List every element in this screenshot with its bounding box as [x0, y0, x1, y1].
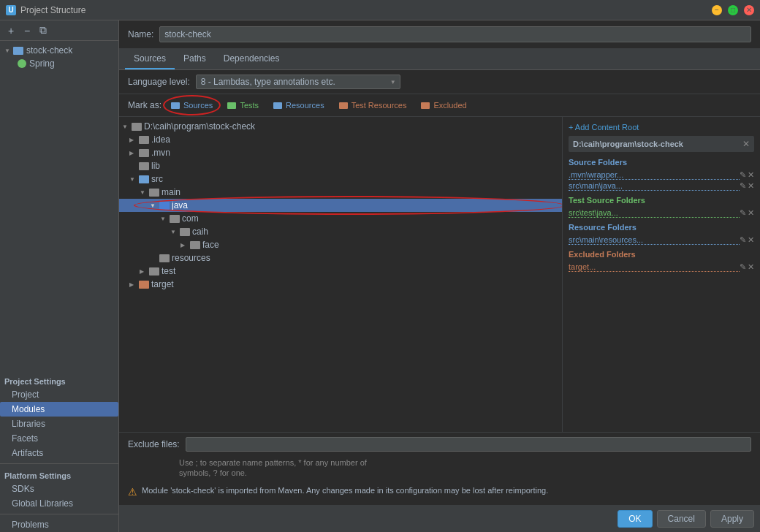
sidebar-item-global-libraries[interactable]: Global Libraries: [0, 496, 118, 511]
tree-java-item[interactable]: ▼ java: [119, 199, 562, 212]
java-text: java: [172, 200, 188, 210]
sidebar-toolbar: + − ⧉: [0, 20, 118, 41]
exclude-files-label: Exclude files:: [128, 439, 180, 449]
test-text: test: [162, 266, 175, 276]
tree-target-item[interactable]: ▶ target: [119, 278, 562, 291]
tests-folder-icon: [227, 102, 236, 109]
resource-path-1-icons: ✎ ✕: [740, 235, 754, 245]
minimize-button[interactable]: −: [712, 5, 722, 15]
language-select-wrap: 8 - Lambdas, type annotations etc.: [196, 75, 400, 89]
source-path-2-text: src\main\java...: [569, 181, 740, 191]
resource-path-1-text: src\main\resources...: [569, 235, 740, 245]
remove-module-button[interactable]: −: [20, 24, 34, 37]
platform-settings-header: Platform Settings: [0, 467, 118, 482]
tree-test-item[interactable]: ▶ test: [119, 265, 562, 278]
tree-root-item[interactable]: ▼ D:\caih\program\stock-check: [119, 120, 562, 133]
sidebar-item-modules[interactable]: Modules: [0, 402, 118, 417]
java-folder-icon: [159, 202, 170, 210]
idea-folder-icon: [139, 136, 149, 144]
excluded-folders-label: Excluded Folders: [569, 250, 754, 259]
test-path-1-text: src\test\java...: [569, 208, 740, 218]
test-path-1-icons: ✎ ✕: [740, 208, 754, 218]
face-text: face: [202, 240, 219, 250]
file-tree-panel: ▼ D:\caih\program\stock-check ▶ .idea: [119, 117, 563, 432]
test-source-folders-label: Test Source Folders: [569, 196, 754, 205]
project-settings-header: Project Settings: [0, 373, 118, 387]
tree-caih-item[interactable]: ▼ caih: [119, 225, 562, 238]
language-level-label: Language level:: [128, 77, 190, 87]
mark-as-row: Mark as: Sources Tests Resources: [119, 94, 760, 117]
maximize-button[interactable]: □: [728, 5, 738, 15]
mvn-folder-icon: [139, 149, 149, 157]
mark-sources-button[interactable]: Sources: [166, 99, 218, 112]
main-text: main: [162, 187, 180, 197]
tree-mvn-item[interactable]: ▶ .mvn: [119, 146, 562, 159]
ok-button[interactable]: OK: [618, 510, 652, 528]
content-root-path-text: D:\caih\program\stock-check: [573, 140, 683, 148]
lib-folder-icon: [139, 162, 149, 170]
root-folder-icon: [132, 123, 142, 131]
add-content-root-button[interactable]: + Add Content Root: [569, 123, 639, 132]
tree-main-item[interactable]: ▼ main: [119, 186, 562, 199]
bottom-buttons: OK Cancel Apply: [119, 505, 760, 532]
copy-module-button[interactable]: ⧉: [37, 24, 50, 37]
tree-com-item[interactable]: ▼ com: [119, 212, 562, 225]
info-panel: + Add Content Root D:\caih\program\stock…: [563, 117, 760, 432]
sidebar-item-libraries[interactable]: Libraries: [0, 417, 118, 431]
tree-src-item[interactable]: ▼ src: [119, 172, 562, 186]
remove-content-root-button[interactable]: ✕: [742, 139, 750, 149]
tree-idea-item[interactable]: ▶ .idea: [119, 133, 562, 146]
tab-sources[interactable]: Sources: [125, 49, 175, 69]
test-folder-icon: [149, 267, 159, 276]
remove-resource-path-1-button[interactable]: ✕: [748, 235, 754, 245]
exclude-files-input[interactable]: [186, 437, 751, 452]
title-bar-left: U Project Structure: [6, 5, 86, 15]
tree-arrow: ▼: [4, 48, 10, 54]
mark-tests-button[interactable]: Tests: [222, 99, 264, 112]
apply-button[interactable]: Apply: [710, 510, 754, 528]
edit-source-path-1-button[interactable]: ✎: [740, 170, 746, 180]
tab-dependencies[interactable]: Dependencies: [215, 49, 289, 69]
edit-test-path-1-button[interactable]: ✎: [740, 208, 746, 218]
sidebar-item-artifacts[interactable]: Artifacts: [0, 446, 118, 460]
tree-lib-item[interactable]: lib: [119, 159, 562, 172]
tree-root-label: stock-check: [26, 45, 72, 56]
tree-item-root[interactable]: ▼ stock-check: [0, 44, 118, 57]
tree-resources-item[interactable]: resources: [119, 251, 562, 265]
sidebar-item-project[interactable]: Project: [0, 387, 118, 402]
close-window-button[interactable]: ✕: [744, 5, 754, 15]
caih-folder-icon: [180, 228, 190, 236]
edit-source-path-2-button[interactable]: ✎: [740, 181, 746, 191]
add-module-button[interactable]: +: [4, 24, 18, 37]
remove-test-path-1-button[interactable]: ✕: [748, 208, 754, 218]
remove-source-path-1-button[interactable]: ✕: [748, 170, 754, 180]
tab-paths[interactable]: Paths: [175, 49, 215, 69]
exclude-hint-text: Use ; to separate name patterns, * for a…: [179, 458, 367, 477]
remove-source-path-2-button[interactable]: ✕: [748, 181, 754, 191]
right-panel: Name: Sources Paths Dependencies Languag…: [119, 20, 760, 532]
bottom-area: Exclude files: Use ; to separate name pa…: [119, 432, 760, 505]
tree-item-spring[interactable]: Spring: [0, 57, 118, 70]
main-split: ▼ D:\caih\program\stock-check ▶ .idea: [119, 117, 760, 432]
cancel-button[interactable]: Cancel: [657, 510, 706, 528]
tree-face-item[interactable]: ▶ face: [119, 238, 562, 251]
root-path-text: D:\caih\program\stock-check: [144, 121, 255, 132]
mark-excluded-button[interactable]: Excluded: [416, 99, 471, 112]
sidebar-item-problems[interactable]: Problems: [0, 517, 118, 532]
language-row: Language level: 8 - Lambdas, type annota…: [119, 70, 760, 94]
sidebar-item-sdks[interactable]: SDKs: [0, 482, 118, 496]
language-select[interactable]: 8 - Lambdas, type annotations etc.: [196, 75, 400, 89]
mark-resources-button[interactable]: Resources: [268, 99, 330, 112]
edit-resource-path-1-button[interactable]: ✎: [740, 235, 746, 245]
mark-test-resources-button[interactable]: Test Resources: [334, 99, 412, 112]
sidebar-item-facets[interactable]: Facets: [0, 431, 118, 446]
resource-path-1: src\main\resources... ✎ ✕: [569, 235, 754, 246]
caih-text: caih: [192, 227, 208, 237]
name-input[interactable]: [159, 26, 751, 42]
main-folder-icon: [149, 189, 159, 197]
remove-excluded-path-1-button[interactable]: ✕: [748, 262, 754, 272]
source-path-1-text: .mvn\wrapper...: [569, 170, 740, 180]
edit-excluded-path-1-button[interactable]: ✎: [740, 262, 746, 272]
exclude-files-row: Exclude files:: [128, 437, 751, 452]
name-row: Name:: [119, 20, 760, 49]
